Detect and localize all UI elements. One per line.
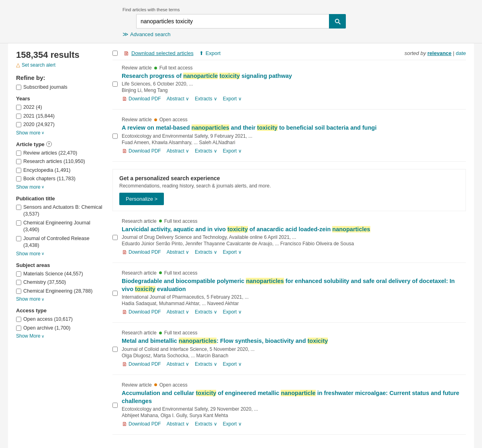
subject-areas-section: Subject areas Materials Science (44,557)… bbox=[16, 262, 104, 302]
article-1-pdf-button[interactable]: 🗎 Download PDF bbox=[122, 96, 161, 102]
sort-relevance-link[interactable]: relevance bbox=[427, 50, 451, 56]
article-1-export-button[interactable]: Export ∨ bbox=[223, 96, 242, 102]
article-4-checkbox[interactable] bbox=[112, 271, 118, 316]
years-title: Years bbox=[16, 96, 104, 102]
download-selected-button[interactable]: 🗎 Download selected articles bbox=[123, 50, 194, 57]
article-5-pdf-button[interactable]: 🗎 Download PDF bbox=[122, 361, 161, 367]
publication-show-more[interactable]: Show more ∨ bbox=[16, 251, 104, 257]
article-4-pdf-button[interactable]: 🗎 Download PDF bbox=[122, 309, 161, 315]
article-4-extracts-button[interactable]: Extracts ∨ bbox=[195, 309, 217, 315]
access-open-checkbox[interactable] bbox=[16, 317, 21, 322]
article-4-access-dot bbox=[159, 271, 162, 274]
article-2-abstract-button[interactable]: Abstract ∨ bbox=[167, 148, 189, 154]
review-articles-checkbox[interactable] bbox=[16, 151, 21, 156]
pub-controlled-release-checkbox[interactable] bbox=[16, 236, 21, 241]
year-2020-label: 2020 (24,927) bbox=[23, 121, 55, 128]
year-2020-checkbox[interactable] bbox=[16, 122, 21, 127]
article-2-pdf-button[interactable]: 🗎 Download PDF bbox=[122, 148, 161, 154]
article-3-extracts-button[interactable]: Extracts ∨ bbox=[195, 249, 217, 255]
personalize-button[interactable]: Personalize > bbox=[119, 193, 164, 205]
article-3-type: Research article bbox=[122, 218, 157, 224]
article-2-type: Review article bbox=[122, 117, 152, 122]
alert-label: Set search alert bbox=[22, 62, 55, 68]
article-3-checkbox[interactable] bbox=[112, 220, 118, 255]
access-open: Open access (10,617) bbox=[16, 316, 104, 323]
book-chapters-checkbox[interactable] bbox=[16, 176, 21, 181]
search-input[interactable] bbox=[136, 14, 329, 29]
article-2-checkbox[interactable] bbox=[112, 118, 118, 154]
article-3-abstract-button[interactable]: Abstract ∨ bbox=[167, 249, 189, 255]
article-2-authors: Fuad Ameen, Khawla Alsamhary, ... Saleh … bbox=[122, 140, 466, 145]
article-6-access-dot bbox=[154, 383, 157, 386]
article-1-checkbox[interactable] bbox=[112, 66, 118, 102]
pub-chemical-engineering-checkbox[interactable] bbox=[16, 220, 21, 226]
article-4-title[interactable]: Biodegradable and biocompatible polymeri… bbox=[122, 277, 466, 293]
main-content: 🗎 Download selected articles ⬆ Export so… bbox=[112, 50, 466, 442]
sort-date-link[interactable]: date bbox=[456, 50, 466, 56]
article-5-actions: 🗎 Download PDF Abstract ∨ Extracts ∨ Exp… bbox=[122, 361, 466, 367]
publication-title-heading: Publication title bbox=[16, 195, 104, 202]
subscribed-checkbox[interactable] bbox=[16, 85, 21, 90]
pub-chemical-engineering-label: Chemical Engineering Journal (3,490) bbox=[23, 220, 104, 234]
article-2-title[interactable]: A review on metal-based nanoparticles an… bbox=[122, 124, 466, 132]
article-type-title: Article type ? bbox=[16, 141, 104, 147]
article-type-review: Review articles (22,470) bbox=[16, 150, 104, 157]
access-open-label: Open access (10,617) bbox=[23, 316, 73, 323]
search-button[interactable] bbox=[329, 14, 346, 29]
export-label: Export bbox=[206, 50, 221, 56]
set-alert-link[interactable]: △ Set search alert bbox=[16, 62, 104, 68]
article-5-title[interactable]: Metal and bimetallic nanoparticles: Flow… bbox=[122, 337, 466, 345]
article-1-type: Review article bbox=[122, 65, 152, 71]
access-archive-checkbox[interactable] bbox=[16, 326, 21, 331]
search-label: Find articles with these terms bbox=[123, 7, 180, 12]
article-6-export-button[interactable]: Export ∨ bbox=[223, 421, 242, 427]
article-4-abstract-button[interactable]: Abstract ∨ bbox=[167, 309, 189, 315]
research-articles-checkbox[interactable] bbox=[16, 159, 21, 164]
toolbar: 🗎 Download selected articles ⬆ Export so… bbox=[112, 50, 466, 60]
subject-materials-checkbox[interactable] bbox=[16, 271, 21, 277]
article-type-info-icon[interactable]: ? bbox=[46, 141, 52, 147]
article-5-access-label: Full text access bbox=[164, 330, 198, 336]
access-type-section: Access type Open access (10,617) Open ar… bbox=[16, 307, 104, 339]
article-6-pdf-button[interactable]: 🗎 Download PDF bbox=[122, 421, 161, 427]
subject-chemistry-checkbox[interactable] bbox=[16, 280, 21, 285]
article-6-meta: Review article Open access bbox=[122, 382, 466, 388]
article-5-export-button[interactable]: Export ∨ bbox=[223, 361, 242, 367]
access-archive-label: Open archive (1,700) bbox=[23, 325, 70, 332]
article-1-title[interactable]: Research progress of nanoparticle toxici… bbox=[122, 72, 466, 80]
article-6-title[interactable]: Accumulation and cellular toxicity of en… bbox=[122, 389, 466, 405]
article-1-extracts-button[interactable]: Extracts ∨ bbox=[195, 96, 217, 102]
select-all-checkbox[interactable] bbox=[112, 51, 118, 56]
article-1-body: Review article Full text access Research… bbox=[122, 65, 466, 102]
subject-chemical-engineering-checkbox[interactable] bbox=[16, 289, 21, 294]
article-5-abstract-button[interactable]: Abstract ∨ bbox=[167, 361, 189, 367]
access-show-more[interactable]: Show More ∨ bbox=[16, 333, 104, 339]
pub-sensors-checkbox[interactable] bbox=[16, 205, 21, 210]
article-5-access-dot bbox=[159, 332, 162, 334]
article-2-extracts-button[interactable]: Extracts ∨ bbox=[195, 148, 217, 154]
article-2-actions: 🗎 Download PDF Abstract ∨ Extracts ∨ Exp… bbox=[122, 148, 466, 154]
article-4-export-button[interactable]: Export ∨ bbox=[223, 309, 242, 315]
article-6-checkbox[interactable] bbox=[112, 383, 118, 428]
article-2-export-button[interactable]: Export ∨ bbox=[223, 148, 242, 154]
encyclopedia-checkbox[interactable] bbox=[16, 168, 21, 173]
export-button[interactable]: ⬆ Export bbox=[199, 50, 221, 56]
article-5-extracts-button[interactable]: Extracts ∨ bbox=[195, 361, 217, 367]
article-5-checkbox[interactable] bbox=[112, 331, 118, 367]
article-3-access-dot bbox=[159, 220, 162, 222]
article-3-export-button[interactable]: Export ∨ bbox=[223, 249, 242, 255]
year-2022-checkbox[interactable] bbox=[16, 105, 21, 110]
year-2021-checkbox[interactable] bbox=[16, 114, 21, 119]
article-6-abstract-button[interactable]: Abstract ∨ bbox=[167, 421, 189, 427]
article-3-pdf-button[interactable]: 🗎 Download PDF bbox=[122, 249, 161, 255]
article-type-show-more[interactable]: Show more ∨ bbox=[16, 184, 104, 190]
subject-chemical-engineering-label: Chemical Engineering (28,788) bbox=[23, 288, 92, 295]
pub-sensors: Sensors and Actuators B: Chemical (3,537… bbox=[16, 204, 104, 218]
book-chapters-label: Book chapters (11,783) bbox=[23, 175, 76, 183]
article-6-extracts-button[interactable]: Extracts ∨ bbox=[195, 421, 217, 427]
years-show-more[interactable]: Show more ∨ bbox=[16, 130, 104, 136]
article-3-title[interactable]: Larvicidal activity, aquatic and in vivo… bbox=[122, 225, 466, 233]
article-1-abstract-button[interactable]: Abstract ∨ bbox=[167, 96, 189, 102]
advanced-search-link[interactable]: ≫ Advanced search bbox=[123, 31, 170, 37]
subject-show-more[interactable]: Show more ∨ bbox=[16, 296, 104, 302]
